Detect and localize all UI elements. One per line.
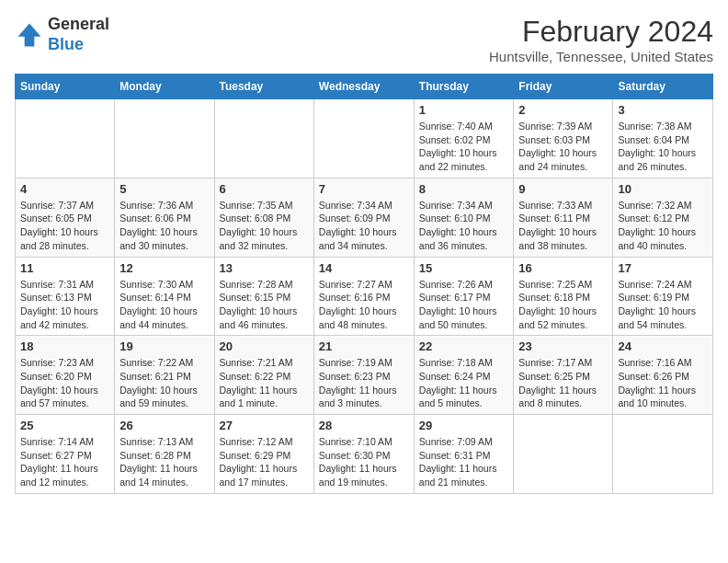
cell-info: Sunrise: 7:31 AM Sunset: 6:13 PM Dayligh… [20, 278, 109, 332]
cell-day-number: 26 [119, 419, 209, 432]
calendar-cell: 15Sunrise: 7:26 AM Sunset: 6:17 PM Dayli… [414, 257, 514, 336]
cell-info: Sunrise: 7:22 AM Sunset: 6:21 PM Dayligh… [119, 356, 209, 410]
cell-info: Sunrise: 7:33 AM Sunset: 6:11 PM Dayligh… [518, 199, 608, 253]
cell-info: Sunrise: 7:19 AM Sunset: 6:23 PM Dayligh… [319, 356, 409, 410]
main-title: February 2024 [489, 15, 713, 49]
title-section: February 2024 Huntsville, Tennessee, Uni… [489, 15, 713, 64]
cell-day-number: 29 [419, 419, 509, 432]
col-header-friday: Friday [514, 75, 613, 99]
page-container: General Blue February 2024 Huntsville, T… [15, 15, 713, 494]
cell-day-number: 24 [618, 339, 708, 353]
calendar-cell [16, 99, 115, 178]
col-header-monday: Monday [115, 75, 214, 99]
cell-day-number: 13 [220, 261, 309, 275]
cell-info: Sunrise: 7:18 AM Sunset: 6:24 PM Dayligh… [419, 356, 509, 410]
cell-info: Sunrise: 7:10 AM Sunset: 6:30 PM Dayligh… [319, 435, 409, 489]
calendar-week-2: 4Sunrise: 7:37 AM Sunset: 6:05 PM Daylig… [16, 178, 713, 257]
cell-info: Sunrise: 7:13 AM Sunset: 6:28 PM Dayligh… [119, 435, 209, 489]
calendar-table: SundayMondayTuesdayWednesdayThursdayFrid… [15, 74, 713, 494]
cell-day-number: 5 [119, 182, 209, 196]
logo-general: General [48, 15, 109, 35]
calendar-cell: 16Sunrise: 7:25 AM Sunset: 6:18 PM Dayli… [514, 257, 613, 336]
cell-info: Sunrise: 7:16 AM Sunset: 6:26 PM Dayligh… [618, 356, 708, 410]
cell-info: Sunrise: 7:32 AM Sunset: 6:12 PM Dayligh… [618, 199, 708, 253]
cell-info: Sunrise: 7:34 AM Sunset: 6:09 PM Dayligh… [319, 199, 409, 253]
cell-info: Sunrise: 7:25 AM Sunset: 6:18 PM Dayligh… [518, 278, 608, 332]
cell-day-number: 11 [20, 261, 109, 275]
logo-icon [15, 20, 44, 50]
cell-info: Sunrise: 7:14 AM Sunset: 6:27 PM Dayligh… [20, 435, 109, 489]
cell-day-number: 10 [618, 182, 708, 196]
calendar-cell: 13Sunrise: 7:28 AM Sunset: 6:15 PM Dayli… [214, 257, 313, 336]
cell-info: Sunrise: 7:39 AM Sunset: 6:03 PM Dayligh… [518, 120, 608, 174]
calendar-cell: 2Sunrise: 7:39 AM Sunset: 6:03 PM Daylig… [514, 99, 613, 178]
cell-day-number: 12 [119, 261, 209, 275]
cell-info: Sunrise: 7:17 AM Sunset: 6:25 PM Dayligh… [518, 356, 608, 410]
calendar-cell [214, 99, 313, 178]
logo: General Blue [15, 15, 109, 54]
calendar-cell: 20Sunrise: 7:21 AM Sunset: 6:22 PM Dayli… [214, 336, 313, 415]
cell-day-number: 20 [220, 339, 309, 353]
cell-day-number: 18 [20, 339, 109, 353]
calendar-cell: 24Sunrise: 7:16 AM Sunset: 6:26 PM Dayli… [613, 336, 713, 415]
cell-day-number: 19 [119, 339, 209, 353]
cell-info: Sunrise: 7:28 AM Sunset: 6:15 PM Dayligh… [220, 278, 309, 332]
svg-marker-0 [18, 23, 41, 46]
calendar-cell: 27Sunrise: 7:12 AM Sunset: 6:29 PM Dayli… [214, 415, 313, 494]
calendar-cell: 10Sunrise: 7:32 AM Sunset: 6:12 PM Dayli… [613, 178, 713, 257]
cell-info: Sunrise: 7:34 AM Sunset: 6:10 PM Dayligh… [419, 199, 509, 253]
cell-day-number: 16 [518, 261, 608, 275]
cell-day-number: 15 [419, 261, 509, 275]
cell-day-number: 3 [618, 103, 708, 117]
cell-day-number: 21 [319, 339, 409, 353]
cell-info: Sunrise: 7:24 AM Sunset: 6:19 PM Dayligh… [618, 278, 708, 332]
cell-day-number: 9 [518, 182, 608, 196]
cell-info: Sunrise: 7:23 AM Sunset: 6:20 PM Dayligh… [20, 356, 109, 410]
calendar-cell: 29Sunrise: 7:09 AM Sunset: 6:31 PM Dayli… [414, 415, 514, 494]
calendar-week-3: 11Sunrise: 7:31 AM Sunset: 6:13 PM Dayli… [16, 257, 713, 336]
col-header-wednesday: Wednesday [313, 75, 414, 99]
calendar-cell [313, 99, 414, 178]
cell-day-number: 25 [20, 419, 109, 432]
cell-day-number: 4 [20, 182, 109, 196]
calendar-cell: 14Sunrise: 7:27 AM Sunset: 6:16 PM Dayli… [313, 257, 414, 336]
logo-blue: Blue [48, 35, 109, 55]
cell-day-number: 2 [518, 103, 608, 117]
cell-info: Sunrise: 7:38 AM Sunset: 6:04 PM Dayligh… [618, 120, 708, 174]
calendar-cell: 5Sunrise: 7:36 AM Sunset: 6:06 PM Daylig… [115, 178, 214, 257]
calendar-cell: 8Sunrise: 7:34 AM Sunset: 6:10 PM Daylig… [414, 178, 514, 257]
calendar-cell: 19Sunrise: 7:22 AM Sunset: 6:21 PM Dayli… [115, 336, 214, 415]
calendar-cell [514, 415, 613, 494]
cell-info: Sunrise: 7:27 AM Sunset: 6:16 PM Dayligh… [319, 278, 409, 332]
calendar-cell: 12Sunrise: 7:30 AM Sunset: 6:14 PM Dayli… [115, 257, 214, 336]
cell-day-number: 27 [220, 419, 309, 432]
calendar-week-5: 25Sunrise: 7:14 AM Sunset: 6:27 PM Dayli… [16, 415, 713, 494]
logo-text: General Blue [48, 15, 109, 54]
calendar-cell: 22Sunrise: 7:18 AM Sunset: 6:24 PM Dayli… [414, 336, 514, 415]
cell-info: Sunrise: 7:35 AM Sunset: 6:08 PM Dayligh… [220, 199, 309, 253]
calendar-cell: 28Sunrise: 7:10 AM Sunset: 6:30 PM Dayli… [313, 415, 414, 494]
calendar-cell: 9Sunrise: 7:33 AM Sunset: 6:11 PM Daylig… [514, 178, 613, 257]
calendar-cell: 21Sunrise: 7:19 AM Sunset: 6:23 PM Dayli… [313, 336, 414, 415]
col-header-saturday: Saturday [613, 75, 713, 99]
calendar-cell: 7Sunrise: 7:34 AM Sunset: 6:09 PM Daylig… [313, 178, 414, 257]
cell-day-number: 8 [419, 182, 509, 196]
header: General Blue February 2024 Huntsville, T… [15, 15, 713, 64]
calendar-cell: 17Sunrise: 7:24 AM Sunset: 6:19 PM Dayli… [613, 257, 713, 336]
calendar-cell: 1Sunrise: 7:40 AM Sunset: 6:02 PM Daylig… [414, 99, 514, 178]
cell-day-number: 17 [618, 261, 708, 275]
cell-info: Sunrise: 7:36 AM Sunset: 6:06 PM Dayligh… [119, 199, 209, 253]
calendar-header-row: SundayMondayTuesdayWednesdayThursdayFrid… [16, 75, 713, 99]
calendar-cell: 25Sunrise: 7:14 AM Sunset: 6:27 PM Dayli… [16, 415, 115, 494]
cell-day-number: 14 [319, 261, 409, 275]
cell-info: Sunrise: 7:21 AM Sunset: 6:22 PM Dayligh… [220, 356, 309, 410]
cell-info: Sunrise: 7:12 AM Sunset: 6:29 PM Dayligh… [220, 435, 309, 489]
calendar-week-4: 18Sunrise: 7:23 AM Sunset: 6:20 PM Dayli… [16, 336, 713, 415]
calendar-cell: 18Sunrise: 7:23 AM Sunset: 6:20 PM Dayli… [16, 336, 115, 415]
calendar-cell [115, 99, 214, 178]
cell-info: Sunrise: 7:09 AM Sunset: 6:31 PM Dayligh… [419, 435, 509, 489]
cell-info: Sunrise: 7:40 AM Sunset: 6:02 PM Dayligh… [419, 120, 509, 174]
col-header-tuesday: Tuesday [214, 75, 313, 99]
calendar-cell: 11Sunrise: 7:31 AM Sunset: 6:13 PM Dayli… [16, 257, 115, 336]
cell-day-number: 23 [518, 339, 608, 353]
